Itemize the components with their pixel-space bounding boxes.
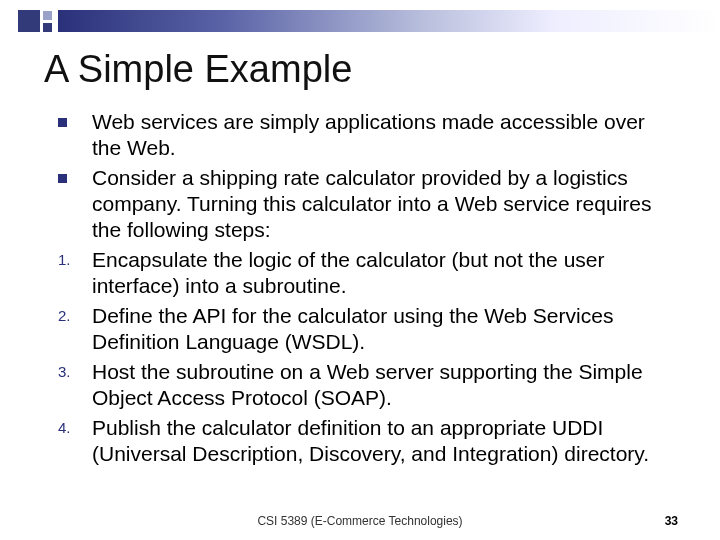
- page-number: 33: [665, 514, 678, 528]
- list-item-text: Consider a shipping rate calculator prov…: [92, 165, 672, 243]
- list-item-text: Define the API for the calculator using …: [92, 303, 672, 355]
- list-item: Web services are simply applications mad…: [58, 109, 672, 161]
- bullet-number: 4.: [58, 415, 92, 441]
- list-item: 4. Publish the calculator definition to …: [58, 415, 672, 467]
- header-gradient-bar: [58, 10, 720, 32]
- list-item-text: Encapsulate the logic of the calculator …: [92, 247, 672, 299]
- list-item-text: Web services are simply applications mad…: [92, 109, 672, 161]
- list-item-text: Host the subroutine on a Web server supp…: [92, 359, 672, 411]
- bullet-number: 2.: [58, 303, 92, 329]
- list-item: 3. Host the subroutine on a Web server s…: [58, 359, 672, 411]
- list-item: 2. Define the API for the calculator usi…: [58, 303, 672, 355]
- bullet-number: 1.: [58, 247, 92, 273]
- slide-footer: CSI 5389 (E-Commerce Technologies): [0, 514, 720, 528]
- slide-body: Web services are simply applications mad…: [0, 109, 720, 467]
- slide-header-decoration: [0, 0, 720, 34]
- bullet-number: 3.: [58, 359, 92, 385]
- list-item-text: Publish the calculator definition to an …: [92, 415, 672, 467]
- corner-squares-icon: [0, 0, 52, 34]
- list-item: Consider a shipping rate calculator prov…: [58, 165, 672, 243]
- slide-title: A Simple Example: [0, 34, 720, 109]
- bullet-square-icon: [58, 165, 92, 191]
- list-item: 1. Encapsulate the logic of the calculat…: [58, 247, 672, 299]
- bullet-square-icon: [58, 109, 92, 135]
